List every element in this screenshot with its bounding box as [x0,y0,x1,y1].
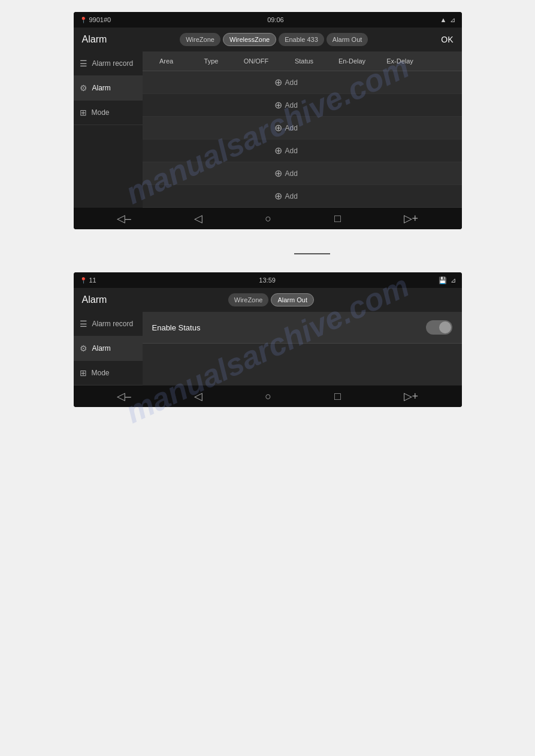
sidebar-item-mode[interactable]: ⊞ Mode [74,101,143,125]
enable-status-row: Enable Status [143,312,462,344]
alarm-record-icon: ☰ [80,59,87,68]
col-area: Area [143,51,191,71]
add-cell-1[interactable]: ⊕ Add [143,77,424,88]
mode-icon-2: ⊞ [80,368,87,378]
toggle-knob [439,321,451,333]
app-title-1: Alarm [82,34,107,45]
sidebar-alarm-record-label-2: Alarm record [92,320,134,328]
nav-back-2[interactable]: ◁ [188,387,208,405]
mode-icon: ⊞ [80,108,87,117]
table-row-4: ⊕ Add [143,139,462,162]
add-label-4: Add [285,147,298,155]
device-screen-2: 📍 11 13:59 💾 ⊿ Alarm WireZone Alarm Out [74,272,462,407]
table-row-1: ⊕ Add [143,71,462,94]
add-icon-3: ⊕ [274,122,282,133]
status-right-1: ▲ ⊿ [440,16,456,24]
add-cell-2[interactable]: ⊕ Add [143,99,424,111]
signal-icon-2: ⊿ [451,277,456,284]
tab-wirezone[interactable]: WireZone [180,33,220,46]
tab-enable433[interactable]: Enable 433 [279,33,324,46]
table-row-5: ⊕ Add [143,162,462,185]
tab-alarmout-2[interactable]: Alarm Out [271,293,314,306]
app-title-2: Alarm [82,294,107,305]
ok-button-1[interactable]: OK [441,35,453,44]
status-bar-1: 📍 9901#0 09:06 ▲ ⊿ [74,12,462,28]
app-titlebar-2: Alarm WireZone Alarm Out [74,288,462,312]
nav-back[interactable]: ◁ [188,210,208,227]
tab-wirezone-2[interactable]: WireZone [228,293,269,306]
alert-icon: ▲ [440,16,447,23]
add-label-6: Add [285,192,298,201]
add-icon-1: ⊕ [274,77,282,88]
content-panel-1: Area Type ON/OFF Status En-Delay Ex-Dela… [143,51,462,208]
status-bar-2: 📍 11 13:59 💾 ⊿ [74,272,462,288]
status-time-2: 13:59 [259,277,276,284]
alarm-record-icon-2: ☰ [80,319,87,329]
nav-volume-down-2[interactable]: ◁– [111,387,137,405]
sidebar-item-alarm-record-2[interactable]: ☰ Alarm record [74,312,143,336]
nav-home-2[interactable]: ○ [259,388,277,405]
table-header-1: Area Type ON/OFF Status En-Delay Ex-Dela… [143,51,462,71]
table-row-6: ⊕ Add [143,185,462,208]
add-icon-6: ⊕ [274,190,282,202]
enable-status-label: Enable Status [152,323,201,332]
main-area-1: ☰ Alarm record ⚙ Alarm ⊞ Mode [74,51,462,208]
sidebar-item-alarm-record[interactable]: ☰ Alarm record [74,51,143,76]
nav-recents-2[interactable]: □ [328,388,347,405]
status-left-1: 📍 9901#0 [80,16,111,23]
content-panel-2: Enable Status [143,312,462,385]
tab-wirelesszone[interactable]: WirelessZone [223,33,276,46]
tab-group-1: WireZone WirelessZone Enable 433 Alarm O… [180,33,368,46]
table-row-3: ⊕ Add [143,117,462,139]
add-cell-5[interactable]: ⊕ Add [143,168,424,179]
main-area-2: ☰ Alarm record ⚙ Alarm ⊞ Mode [74,312,462,385]
nav-recents[interactable]: □ [328,210,347,227]
sidebar-alarm-label-2: Alarm [92,344,111,353]
sidebar-2: ☰ Alarm record ⚙ Alarm ⊞ Mode [74,312,143,385]
screen1: manualsarchive.com 📍 9901#0 09:06 ▲ ⊿ Al… [74,12,462,247]
sidebar-item-alarm[interactable]: ⚙ Alarm [74,76,143,101]
nav-home[interactable]: ○ [259,210,277,227]
alarm-icon-2: ⚙ [80,344,87,353]
add-label-1: Add [285,78,298,87]
add-icon-5: ⊕ [274,168,282,179]
save-icon-2: 💾 [439,277,447,284]
add-cell-3[interactable]: ⊕ Add [143,122,424,133]
col-onoff: ON/OFF [232,51,280,71]
status-right-2: 💾 ⊿ [439,277,456,284]
nav-volume-down[interactable]: ◁– [111,210,137,227]
pin-icon: 📍 [80,17,87,23]
status-device-id-2: 11 [89,277,96,284]
add-label-3: Add [285,124,298,132]
tab-group-2: WireZone Alarm Out [228,293,314,306]
sidebar-alarm-record-label: Alarm record [92,59,134,68]
add-label-2: Add [285,101,298,110]
signal-icon: ⊿ [450,16,455,24]
nav-bar-2: ◁– ◁ ○ □ ▷+ [74,385,462,407]
alarm-icon: ⚙ [80,83,87,93]
add-icon-4: ⊕ [274,145,282,156]
status-device-id: 9901#0 [89,16,111,23]
nav-volume-up-2[interactable]: ▷+ [398,387,425,405]
nav-bar-1: ◁– ◁ ○ □ ▷+ [74,208,462,229]
nav-volume-up[interactable]: ▷+ [398,210,425,227]
sidebar-1: ☰ Alarm record ⚙ Alarm ⊞ Mode [74,51,143,208]
add-icon-2: ⊕ [274,99,282,111]
sidebar-item-mode-2[interactable]: ⊞ Mode [74,361,143,385]
add-label-5: Add [285,169,298,178]
sidebar-item-alarm-2[interactable]: ⚙ Alarm [74,336,143,361]
status-time-1: 09:06 [267,16,284,23]
add-cell-6[interactable]: ⊕ Add [143,190,424,202]
col-status: Status [280,51,328,71]
col-type: Type [191,51,232,71]
app-titlebar-1: Alarm WireZone WirelessZone Enable 433 A… [74,28,462,51]
device-screen-1: 📍 9901#0 09:06 ▲ ⊿ Alarm WireZone Wirele… [74,12,462,229]
col-ex-delay: Ex-Delay [376,51,424,71]
add-cell-4[interactable]: ⊕ Add [143,145,424,156]
sidebar-mode-label: Mode [92,108,110,117]
tab-alarmout[interactable]: Alarm Out [327,33,368,46]
enable-status-toggle[interactable] [426,320,452,335]
sidebar-alarm-label: Alarm [92,84,111,92]
col-en-delay: En-Delay [328,51,376,71]
screen2: manualsarchive.com 📍 11 13:59 💾 ⊿ Alarm [74,272,462,425]
